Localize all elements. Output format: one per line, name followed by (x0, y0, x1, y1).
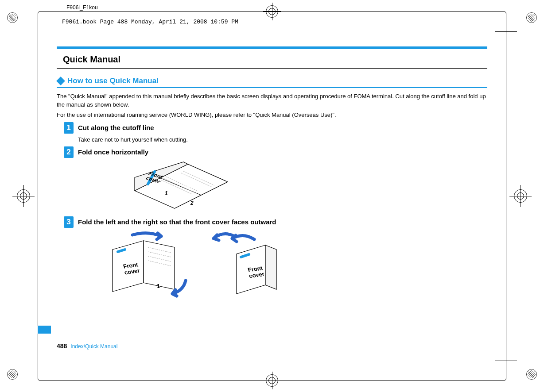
page-label-2: 2 (190, 200, 194, 206)
svg-marker-0 (135, 164, 228, 208)
step-2: 2 Fold once horizontally Front cover (64, 146, 487, 213)
page-tab-marker (38, 326, 51, 334)
crosshair-icon (12, 185, 35, 207)
intro-text-1: The "Quick Manual" appended to this manu… (57, 92, 487, 109)
page-footer: 488 Index/Quick Manual (57, 342, 117, 350)
intro-text-2: For the use of international roaming ser… (57, 111, 487, 119)
diamond-icon (56, 77, 65, 85)
step-number: 1 (64, 122, 74, 134)
page-number: 488 (57, 342, 67, 350)
step-number: 3 (64, 216, 74, 228)
step-number: 2 (64, 146, 74, 158)
reg-mark-tl (7, 12, 18, 23)
step-title: Fold the left and the right so that the … (78, 218, 276, 226)
subsection-header: How to use Quick Manual (57, 77, 487, 85)
fold-sheet-illustration: Front cover 1 2 (117, 160, 487, 213)
subsection-underline (57, 87, 487, 88)
section-bar (57, 46, 487, 49)
section-title: Quick Manual (63, 54, 487, 65)
page-label-1: 1 (165, 190, 168, 196)
subsection-title: How to use Quick Manual (67, 77, 159, 85)
page-content: Quick Manual How to use Quick Manual The… (57, 46, 487, 348)
step-3: 3 Fold the left and the right so that th… (64, 216, 487, 301)
print-info-line: F906i.book Page 488 Monday, April 21, 20… (62, 19, 238, 25)
crosshair-icon (495, 350, 517, 372)
page-label-1: 1 (157, 283, 160, 289)
footer-section: Index/Quick Manual (70, 343, 117, 350)
steps-list: 1 Cut along the cutoff line Take care no… (64, 122, 487, 301)
section-rule (57, 68, 487, 69)
reg-mark-bl (7, 369, 18, 380)
crosshair-icon (509, 185, 532, 207)
crosshair-icon (495, 20, 517, 42)
crosshair-icon (263, 3, 281, 20)
fold-cover-illustration: Front cover 1 Front cover (90, 230, 487, 301)
crosshair-icon (263, 372, 281, 389)
svg-marker-10 (144, 241, 175, 289)
step-title: Fold once horizontally (78, 148, 148, 156)
reg-mark-br (526, 369, 537, 380)
step-title: Cut along the cutoff line (78, 124, 154, 131)
reg-mark-tr (526, 12, 537, 23)
document-id: F906i_E1kou (66, 4, 98, 11)
svg-marker-17 (265, 245, 276, 289)
step-1: 1 Cut along the cutoff line Take care no… (64, 122, 487, 143)
step-note: Take care not to hurt yourself when cutt… (78, 136, 487, 143)
